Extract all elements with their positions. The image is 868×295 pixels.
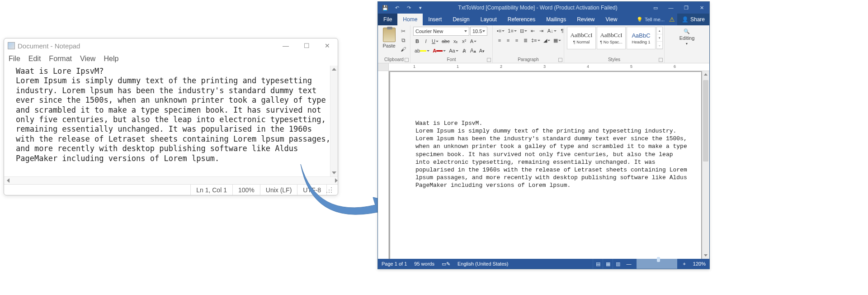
word-minimize-button[interactable]: — <box>663 2 679 14</box>
word-close-button[interactable]: ✕ <box>694 2 709 14</box>
zoom-out-button[interactable]: — <box>623 259 635 269</box>
scrollbar-thumb[interactable] <box>703 80 708 162</box>
style-normal[interactable]: AaBbCcI ¶ Normal <box>567 27 596 49</box>
tab-design[interactable]: Design <box>447 14 475 25</box>
print-layout-icon[interactable]: ▦ <box>603 259 613 269</box>
strikethrough-button[interactable]: abc <box>440 37 451 45</box>
paragraph-launcher-icon[interactable] <box>558 58 562 62</box>
word-vertical-scrollbar[interactable] <box>702 71 709 259</box>
shading-button[interactable]: ◢ <box>542 36 552 44</box>
align-right-button[interactable]: ≡ <box>513 36 521 44</box>
format-painter-icon[interactable]: 🖌 <box>399 46 407 53</box>
editing-label: Editing <box>679 35 695 41</box>
copy-icon[interactable]: ⧉ <box>399 37 407 44</box>
status-words[interactable]: 95 words <box>410 259 438 269</box>
change-case-button[interactable]: Aa <box>448 47 459 55</box>
read-mode-icon[interactable]: ▤ <box>593 259 603 269</box>
menu-format[interactable]: Format <box>49 55 72 63</box>
font-launcher-icon[interactable] <box>487 58 491 62</box>
save-icon[interactable]: 💾 <box>380 2 391 13</box>
clipboard-launcher-icon[interactable] <box>405 58 409 62</box>
tab-layout[interactable]: Layout <box>475 14 502 25</box>
numbering-button[interactable]: 1≡ <box>506 27 518 35</box>
zoom-level[interactable]: 120% <box>689 259 709 269</box>
tab-mailings[interactable]: Mailings <box>541 14 571 25</box>
paste-button[interactable]: Paste <box>381 27 397 48</box>
vertical-ruler[interactable] <box>378 71 389 259</box>
horizontal-ruler[interactable]: 1 1 2 3 4 5 6 <box>389 63 709 71</box>
styles-gallery[interactable]: AaBbCcI ¶ Normal AaBbCcI ¶ No Spac... Aa… <box>567 27 663 49</box>
editing-button[interactable]: 🔍 Editing ▾ <box>677 27 698 48</box>
multilevel-button[interactable]: ⊟ <box>519 27 528 35</box>
shrink-font-button[interactable]: A▾ <box>478 47 486 55</box>
style-preview: AaBbCcI <box>600 32 622 39</box>
styles-launcher-icon[interactable] <box>659 58 663 62</box>
menu-view[interactable]: View <box>80 55 95 63</box>
bullets-button[interactable]: •≡ <box>495 27 506 35</box>
share-button[interactable]: 👤 Share <box>677 14 709 25</box>
qat-customize-icon[interactable]: ▾ <box>415 2 426 13</box>
status-language[interactable]: English (United States) <box>454 259 512 269</box>
close-button[interactable]: ✕ <box>317 38 338 53</box>
highlight-button[interactable]: ab <box>413 47 431 55</box>
justify-button[interactable]: ≣ <box>521 36 529 44</box>
document-page[interactable]: Waat is Lore IpsvM. Lorem Ipsum is simpl… <box>390 72 701 259</box>
tab-insert[interactable]: Insert <box>423 14 447 25</box>
decrease-indent-button[interactable]: ⇤ <box>529 27 537 35</box>
sort-button[interactable]: A↓ <box>546 27 558 35</box>
font-color-button[interactable]: A <box>431 47 447 55</box>
align-left-button[interactable]: ≡ <box>495 36 504 44</box>
align-center-button[interactable]: ≡ <box>504 36 512 44</box>
menu-file[interactable]: File <box>9 55 20 63</box>
clear-formatting-button[interactable]: A̷ <box>460 47 468 55</box>
superscript-button[interactable]: x² <box>460 37 468 45</box>
proofing-icon[interactable]: ▭✎ <box>438 259 454 269</box>
minimize-button[interactable]: — <box>275 38 296 53</box>
notepad-textarea[interactable]: Waat is Lore IpsvM? Lorem Ipsum is simpl… <box>4 66 338 176</box>
ribbon-options-icon[interactable]: ▭ <box>648 2 663 14</box>
notepad-horizontal-scrollbar[interactable] <box>4 176 338 184</box>
subscript-button[interactable]: x₂ <box>452 37 460 45</box>
cut-icon[interactable]: ✂ <box>399 28 407 35</box>
scroll-left-icon[interactable] <box>4 177 12 184</box>
style-no-spacing[interactable]: AaBbCcI ¶ No Spac... <box>597 27 626 49</box>
bold-button[interactable]: B <box>413 37 421 45</box>
menu-edit[interactable]: Edit <box>28 55 41 63</box>
quick-access-toolbar: 💾 ↶ ↷ ▾ <box>378 2 428 13</box>
tab-home[interactable]: Home <box>397 14 423 25</box>
ruler-row: 1 1 2 3 4 5 6 <box>378 63 709 71</box>
word-maximize-button[interactable]: ❐ <box>679 2 694 14</box>
tab-review[interactable]: Review <box>571 14 600 25</box>
maximize-button[interactable]: ☐ <box>296 38 317 53</box>
scroll-right-icon[interactable] <box>330 177 338 184</box>
resize-grip-icon[interactable] <box>326 185 338 195</box>
italic-button[interactable]: I <box>422 37 430 45</box>
zoom-slider[interactable] <box>637 259 677 269</box>
tab-references[interactable]: References <box>502 14 541 25</box>
warning-icon[interactable]: ⚠ <box>667 14 677 25</box>
undo-icon[interactable]: ↶ <box>392 2 402 13</box>
group-font: Courier New 10.5 B I U abc x₂ x² A ab <box>410 25 493 63</box>
status-page[interactable]: Page 1 of 1 <box>378 259 410 269</box>
line-spacing-button[interactable]: ‡≡ <box>530 36 542 44</box>
word-titlebar[interactable]: 💾 ↶ ↷ ▾ TxtToWord [Compatibility Mode] -… <box>378 2 709 14</box>
redo-icon[interactable]: ↷ <box>403 2 414 13</box>
grow-font-button[interactable]: A▴ <box>469 47 477 55</box>
text-effects-button[interactable]: A <box>469 37 478 45</box>
underline-button[interactable]: U <box>430 37 440 45</box>
font-size-select[interactable]: 10.5 <box>470 27 487 36</box>
tab-view[interactable]: View <box>600 14 623 25</box>
styles-more-icon[interactable]: ▴▾⌄ <box>656 27 663 49</box>
font-name-select[interactable]: Courier New <box>413 27 469 36</box>
borders-button[interactable]: ▦ <box>552 36 562 44</box>
notepad-vertical-scrollbar[interactable] <box>330 66 338 176</box>
share-icon: 👤 <box>682 16 689 23</box>
zoom-in-button[interactable]: + <box>679 259 689 269</box>
web-layout-icon[interactable]: ▥ <box>613 259 623 269</box>
style-heading1[interactable]: AaBbC Heading 1 <box>627 27 656 49</box>
menu-help[interactable]: Help <box>104 55 118 63</box>
tab-file[interactable]: File <box>378 14 397 25</box>
notepad-titlebar[interactable]: Document - Notepad — ☐ ✕ <box>4 38 338 53</box>
increase-indent-button[interactable]: ⇥ <box>538 27 546 35</box>
tell-me-search[interactable]: 💡 Tell me... <box>634 14 667 25</box>
